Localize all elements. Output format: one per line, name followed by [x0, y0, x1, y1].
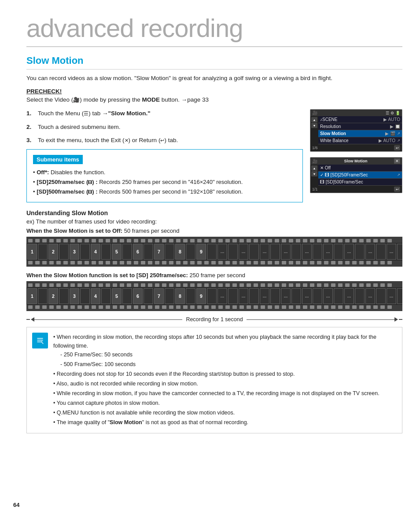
- sh: [176, 283, 181, 287]
- panel2-row-off: ✕ Off: [318, 165, 402, 172]
- sh: [85, 283, 89, 287]
- sh: [366, 239, 371, 242]
- note-item-4: While recording in slow motion, if you h…: [53, 389, 397, 398]
- arrow-left-head: [31, 317, 34, 322]
- sh: [148, 283, 152, 287]
- sh: [162, 261, 166, 264]
- sh: [380, 283, 385, 287]
- step-1-num: 1.: [26, 109, 34, 118]
- sh: [345, 305, 350, 309]
- sh: [268, 283, 272, 287]
- frame-9: 9: [196, 244, 206, 260]
- sub-notes-1: 250 Frame/Sec: 50 seconds 500 Frame/Sec:…: [60, 350, 397, 369]
- panel1-row-resolution: Resolution ▶ 🔲: [318, 123, 402, 130]
- sh: [373, 283, 378, 287]
- sh: [387, 305, 392, 309]
- sh: [310, 305, 314, 309]
- filmstrip2-sprocket-bottom: [26, 305, 402, 309]
- panel1-back-btn[interactable]: ↩: [394, 145, 400, 150]
- frame2-1: 1: [27, 288, 37, 304]
- sh: [92, 283, 96, 287]
- sh: [211, 283, 216, 287]
- sh: [162, 283, 166, 287]
- sh: [310, 283, 314, 287]
- submenu-list: Off*: Disables the function. [SD]250fram…: [33, 168, 296, 197]
- sh: [28, 261, 33, 264]
- panel2-close-icon[interactable]: ✕: [394, 158, 400, 164]
- sh: [169, 305, 173, 309]
- sh: [296, 283, 300, 287]
- sh: [211, 305, 216, 309]
- sh: [282, 283, 286, 287]
- frame-sep: [165, 288, 174, 304]
- frame-sep: [270, 244, 280, 260]
- panel1-scene-value: ▶ AUTO: [383, 117, 400, 122]
- sh: [352, 305, 357, 309]
- sh: [373, 239, 378, 242]
- panel2-off-label: ✕ Off: [320, 165, 400, 170]
- frame2-e6: …: [323, 288, 333, 304]
- sh: [42, 283, 47, 287]
- sh: [56, 239, 61, 242]
- sh: [373, 261, 378, 264]
- sh: [331, 261, 335, 264]
- panel1-content: ♪SCENE ▶ AUTO Resolution ▶ 🔲 Slow Motion…: [318, 116, 402, 144]
- sh: [289, 261, 293, 264]
- when-text-2: When the Slow Motion function is set to …: [26, 272, 402, 279]
- frame-6: 6: [133, 244, 143, 260]
- panel2-up-btn[interactable]: ▲: [311, 165, 317, 171]
- sh: [387, 283, 392, 287]
- panel1-up-btn[interactable]: ▲: [311, 117, 317, 122]
- sh: [275, 305, 279, 309]
- page-container: advanced recording Slow Motion You can r…: [0, 0, 420, 517]
- arrow-bar-right: [399, 319, 402, 320]
- svg-rect-0: [35, 336, 45, 345]
- frame-sep: [228, 244, 238, 260]
- sh: [127, 283, 131, 287]
- panel1-row-slowmotion: Slow Motion ▶ 🎬 ↗: [318, 130, 402, 137]
- sh: [338, 261, 343, 264]
- sh: [338, 239, 343, 242]
- panel2-down-btn[interactable]: ▼: [311, 171, 317, 176]
- sh: [190, 305, 195, 309]
- frame-7: 7: [154, 244, 164, 260]
- sh: [232, 239, 237, 242]
- page-number: 64: [13, 502, 19, 508]
- sh: [254, 305, 258, 309]
- sh: [303, 239, 307, 242]
- panel1-gear-icon: ⚙: [391, 111, 394, 115]
- sh: [120, 305, 124, 309]
- panel1-cursor2: ↗: [397, 139, 400, 143]
- sh: [218, 239, 223, 242]
- frame-sep: [334, 288, 343, 304]
- submenu-item-1: Off*: Disables the function.: [33, 168, 296, 177]
- sh: [176, 239, 181, 242]
- sh: [232, 261, 237, 264]
- sh: [42, 261, 47, 264]
- sh: [176, 305, 181, 309]
- sh: [317, 283, 321, 287]
- sh: [282, 239, 286, 242]
- sh: [35, 261, 40, 264]
- panel2-back-btn[interactable]: ↩: [394, 187, 400, 192]
- submenu-item-2: [SD]250frame/sec (🎞) : Records 250 frame…: [33, 177, 296, 187]
- panel1-nav: ▲ ▼: [310, 116, 318, 144]
- sh: [197, 261, 202, 264]
- sh: [113, 283, 117, 287]
- steps-column: 1. Touch the Menu (☰) tab →"Slow Motion.…: [26, 109, 303, 202]
- sh: [338, 283, 343, 287]
- sh: [275, 283, 279, 287]
- sh: [366, 283, 371, 287]
- frame-ellipsis-5: …: [302, 244, 312, 260]
- sh: [127, 305, 131, 309]
- sh: [268, 261, 272, 264]
- filmstrip-1: 1 2 3 4 5 6 7 8 9 … …: [26, 237, 402, 267]
- sh: [261, 283, 265, 287]
- note-item-5: You cannot capture photos in slow motion…: [53, 399, 397, 407]
- sh: [387, 261, 392, 264]
- panel1-down-btn[interactable]: ▼: [311, 123, 317, 128]
- frame2-e3: …: [260, 288, 269, 304]
- step-1: 1. Touch the Menu (☰) tab →"Slow Motion.…: [26, 109, 303, 118]
- panel1-footer: 1/6 ↩: [310, 144, 402, 151]
- sh: [317, 305, 321, 309]
